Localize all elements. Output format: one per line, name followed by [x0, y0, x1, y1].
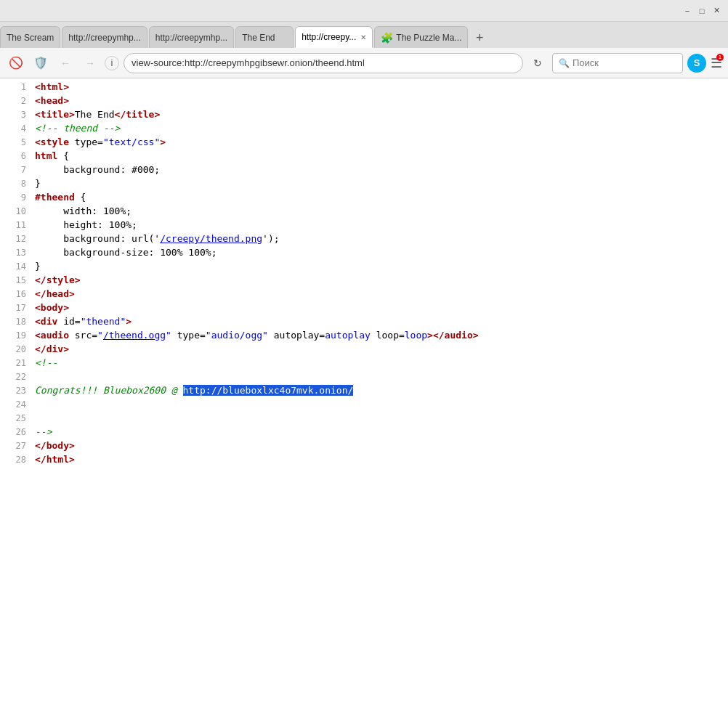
- source-line: 6 html {: [0, 150, 728, 164]
- source-line: 2 <head>: [0, 95, 728, 109]
- line-number: 12: [6, 233, 26, 244]
- tab-creepy-active[interactable]: http://creepy... ✕: [295, 26, 373, 48]
- line-content: <!--: [35, 357, 722, 368]
- source-line: 28 </html>: [0, 454, 728, 468]
- back-button[interactable]: ←: [55, 53, 76, 73]
- source-line: 4 <!-- theend -->: [0, 123, 728, 137]
- line-number: 17: [6, 302, 26, 313]
- address-bar[interactable]: view-source:http://creepymhpgibsewr.onio…: [124, 53, 523, 73]
- source-line: 20 </div>: [0, 343, 728, 357]
- line-content: </style>: [35, 274, 722, 285]
- source-line: 26 -->: [0, 426, 728, 440]
- source-line: 25: [0, 412, 728, 426]
- source-line: 18 <div id="theend">: [0, 316, 728, 330]
- source-line: 22: [0, 371, 728, 385]
- highlighted-link[interactable]: http://blueboxlxc4o7mvk.onion/: [183, 385, 354, 396]
- source-line: 12 background: url('/creepy/theend.png')…: [0, 233, 728, 247]
- tab-creepy-2[interactable]: http://creepymhp...: [62, 26, 147, 48]
- puzzle-icon: 🧩: [381, 32, 393, 44]
- source-line: 19 <audio src="/theend.ogg" type="audio/…: [0, 330, 728, 343]
- toolbar: 🚫 🛡️ ← → i view-source:http://creepymhpg…: [0, 48, 728, 78]
- source-line: 14 }: [0, 261, 728, 274]
- refresh-button[interactable]: ↻: [527, 53, 548, 73]
- source-line: 17 <body>: [0, 302, 728, 316]
- line-content: <audio src="/theend.ogg" type="audio/ogg…: [35, 330, 722, 341]
- browser-window: − □ ✕ The Scream http://creepymhp... htt…: [0, 0, 728, 716]
- line-content: <!-- theend -->: [35, 123, 722, 134]
- line-number: 26: [6, 426, 26, 437]
- line-content: html {: [35, 150, 722, 161]
- shield-icon: 🛡️: [33, 56, 48, 70]
- source-line: 8 }: [0, 178, 728, 192]
- line-number: 22: [6, 371, 26, 382]
- search-icon: 🔍: [559, 58, 570, 68]
- line-number: 2: [6, 95, 26, 106]
- line-content: <head>: [35, 95, 722, 106]
- new-tab-button[interactable]: +: [469, 28, 490, 48]
- source-line: 3 <title>The End</title>: [0, 109, 728, 123]
- tab-label: http://creepymhp...: [68, 33, 140, 43]
- line-number: 15: [6, 274, 26, 285]
- address-text: view-source:http://creepymhpgibsewr.onio…: [132, 57, 365, 68]
- source-line: 24: [0, 399, 728, 412]
- source-line: 21 <!--: [0, 357, 728, 371]
- line-content: </body>: [35, 440, 722, 451]
- line-content: <style type="text/css">: [35, 137, 722, 147]
- source-view: 1 <html> 2 <head> 3 <title>The End</titl…: [0, 78, 728, 471]
- source-line: 1 <html>: [0, 81, 728, 95]
- line-number: 24: [6, 399, 26, 410]
- line-number: 7: [6, 164, 26, 175]
- minimize-button[interactable]: −: [682, 5, 693, 17]
- menu-badge: 1: [716, 54, 724, 61]
- tab-label: The Puzzle Ma...: [396, 33, 461, 43]
- line-content: </div>: [35, 343, 722, 354]
- source-line: 13 background-size: 100% 100%;: [0, 247, 728, 261]
- line-number: 19: [6, 330, 26, 341]
- tab-puzzle-ma[interactable]: 🧩 The Puzzle Ma...: [374, 26, 468, 48]
- source-line: 15 </style>: [0, 274, 728, 288]
- line-content: <title>The End</title>: [35, 109, 722, 120]
- noscript-button[interactable]: 🚫: [6, 53, 26, 73]
- line-content: </html>: [35, 454, 722, 465]
- line-number: 16: [6, 288, 26, 299]
- search-input[interactable]: [573, 57, 676, 68]
- line-content: #theend {: [35, 192, 722, 203]
- line-content: Congrats!!! Bluebox2600 @ http://bluebox…: [35, 385, 722, 396]
- skype-button[interactable]: S: [687, 54, 706, 73]
- line-number: 3: [6, 109, 26, 120]
- forward-button[interactable]: →: [80, 53, 100, 73]
- line-number: 6: [6, 150, 26, 161]
- line-content: </head>: [35, 288, 722, 299]
- source-line: 27 </body>: [0, 440, 728, 454]
- line-number: 20: [6, 343, 26, 354]
- line-content: width: 100%;: [35, 206, 722, 216]
- tab-label: http://creepy...: [302, 32, 356, 42]
- line-number: 28: [6, 454, 26, 465]
- source-line: 10 width: 100%;: [0, 206, 728, 219]
- line-content: background: #000;: [35, 164, 722, 175]
- tab-the-end[interactable]: The End: [235, 26, 294, 48]
- source-line: 23 Congrats!!! Bluebox2600 @ http://blue…: [0, 385, 728, 399]
- close-button[interactable]: ✕: [711, 5, 722, 17]
- tab-close-button[interactable]: ✕: [360, 33, 366, 41]
- tab-label: The End: [242, 33, 275, 43]
- tabs-bar: The Scream http://creepymhp... http://cr…: [0, 22, 728, 48]
- source-line: 7 background: #000;: [0, 164, 728, 178]
- security-button[interactable]: 🛡️: [31, 53, 51, 73]
- line-number: 13: [6, 247, 26, 258]
- tab-creepy-3[interactable]: http://creepymhp...: [149, 26, 234, 48]
- line-number: 11: [6, 219, 26, 230]
- line-content: <body>: [35, 302, 722, 313]
- menu-button[interactable]: ☰ 1: [711, 55, 722, 71]
- tab-label: The Scream: [7, 33, 54, 43]
- info-button[interactable]: i: [105, 56, 119, 70]
- maximize-button[interactable]: □: [696, 5, 708, 17]
- tab-the-scream[interactable]: The Scream: [0, 26, 60, 48]
- line-number: 10: [6, 206, 26, 216]
- line-number: 9: [6, 192, 26, 203]
- line-content: -->: [35, 426, 722, 437]
- line-number: 18: [6, 316, 26, 327]
- line-content: background: url('/creepy/theend.png');: [35, 233, 722, 244]
- tab-label: http://creepymhp...: [155, 33, 227, 43]
- line-number: 8: [6, 178, 26, 189]
